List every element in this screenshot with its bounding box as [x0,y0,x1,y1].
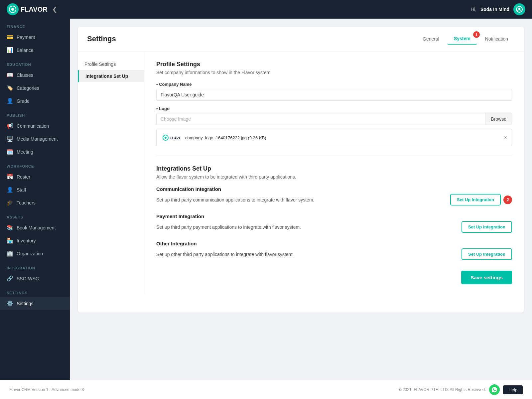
logo-preview-image: FLAVOR [161,133,181,143]
sidebar-section-finance: FINANCE [0,19,70,31]
save-settings-button[interactable]: Save settings [461,271,512,284]
username-text: Soda In Mind [480,7,509,12]
sidebar-item-settings[interactable]: ⚙️Settings [0,297,70,310]
brand-name: FLAVOR [21,6,48,13]
payment-integration-desc: Set up third party payment applications … [156,224,456,230]
payment-icon: 💳 [7,34,13,40]
svg-point-1 [11,8,14,11]
grade-icon: 👤 [7,98,13,104]
save-btn-row: Save settings [156,271,512,284]
sidebar-section-education: EDUCATION [0,57,70,68]
sidebar-item-meeting[interactable]: 🗓️Meeting [0,145,70,158]
logo-remove-button[interactable]: × [504,135,507,141]
sidebar-item-classes[interactable]: 📖Classes [0,68,70,81]
other-integration-desc: Set up other third party applications to… [156,252,456,257]
payment-integration-row: Set up third party payment applications … [156,221,512,233]
settings-tabs: General System 1 Notification [416,33,515,45]
sidebar-item-label-settings: Settings [17,301,34,306]
ssg-wsg-icon: 🔗 [7,275,13,282]
help-button[interactable]: Help [503,385,523,394]
footer-copyright: © 2021, FLAVOR PTE. LTD. All Rights Rese… [399,387,486,392]
logo-brand: FLAVOR ❮ [7,3,57,15]
sidebar-item-organization[interactable]: 🏢Organization [0,247,70,260]
integrations-section: Integrations Set Up Allow the flavor sys… [156,165,512,260]
sidebar-item-categories[interactable]: 🏷️Categories [0,81,70,94]
logo-filename: company_logo_1640176232.jpg (9.36 KB) [185,135,500,140]
communication-step-badge: 2 [503,196,512,204]
sidebar-item-inventory[interactable]: 🏪Inventory [0,234,70,247]
sidebar-item-label-roster: Roster [17,174,30,180]
other-integration-row: Set up other third party applications to… [156,248,512,260]
logo-preview: FLAVOR company_logo_1640176232.jpg (9.36… [156,129,512,146]
payment-integration-title: Payment Integration [156,213,512,219]
sidebar-item-grade[interactable]: 👤Grade [0,94,70,107]
sidebar-item-label-categories: Categories [17,85,39,91]
logo-icon [7,3,19,15]
media-management-icon: 🖥️ [7,136,13,142]
tab-general[interactable]: General [416,33,446,45]
teachers-icon: 🎓 [7,200,13,206]
sidebar-item-roster[interactable]: 📅Roster [0,170,70,183]
settings-body: Profile Settings Integrations Set Up Pro… [78,52,524,294]
settings-header: Settings General System 1 Notification [78,27,524,52]
communication-setup-wrap: Set Up Integration 2 [450,194,512,205]
header-right: Hi, Soda In Mind [471,3,525,15]
staff-icon: 👤 [7,187,13,193]
communication-integration-desc: Set up third party communication applica… [156,197,445,202]
sidebar-item-payment[interactable]: 💳Payment [0,31,70,44]
sidebar-item-label-meeting: Meeting [17,149,33,155]
settings-nav: Profile Settings Integrations Set Up [78,52,144,294]
file-placeholder: Choose Image [157,113,485,125]
sidebar-item-label-book-management: Book Management [17,225,56,230]
sidebar-section-workforce: WORKFORCE [0,158,70,170]
svg-point-5 [165,137,167,139]
nav-integrations-set-up[interactable]: Integrations Set Up [78,70,144,82]
sidebar-item-label-organization: Organization [17,251,43,256]
greeting-text: Hi, [471,7,476,12]
sidebar-item-label-payment: Payment [17,35,35,40]
sidebar-item-communication[interactable]: 📢Communication [0,119,70,132]
profile-settings-section: Profile Settings Set company information… [156,61,512,146]
communication-icon: 📢 [7,123,13,129]
page-title: Settings [87,35,116,43]
classes-icon: 📖 [7,72,13,78]
sidebar-item-book-management[interactable]: 📚Book Management [0,221,70,234]
sidebar-item-media-management[interactable]: 🖥️Media Management [0,132,70,145]
tab-system[interactable]: System 1 [447,33,477,45]
sidebar-item-teachers[interactable]: 🎓Teachers [0,196,70,209]
other-setup-button[interactable]: Set Up Integration [462,248,512,260]
communication-integration-title: Communication Integration [156,186,512,192]
settings-card: Settings General System 1 Notification P… [78,27,524,313]
sidebar-item-balance[interactable]: 📊Balance [0,44,70,57]
communication-integration-item: Communication Integration Set up third p… [156,186,512,205]
user-avatar[interactable] [513,3,525,15]
browse-button[interactable]: Browse [485,113,512,125]
payment-integration-item: Payment Integration Set up third party p… [156,213,512,233]
profile-section-desc: Set company informations to show in the … [156,70,512,75]
sidebar-item-ssg-wsg[interactable]: 🔗SSG-WSG [0,272,70,285]
whatsapp-button[interactable] [489,384,500,395]
sidebar-item-label-staff: Staff [17,187,26,193]
footer-right: © 2021, FLAVOR PTE. LTD. All Rights Rese… [399,384,523,395]
nav-profile-settings[interactable]: Profile Settings [78,58,144,70]
payment-setup-wrap: Set Up Integration [462,221,512,233]
sidebar-item-staff[interactable]: 👤Staff [0,183,70,196]
communication-setup-button[interactable]: Set Up Integration [450,194,501,205]
collapse-button[interactable]: ❮ [52,6,57,13]
tab-notification[interactable]: Notification [478,33,515,45]
footer: Flavor CRM Version 1 - Advanced mode 3 ©… [0,380,532,399]
inventory-icon: 🏪 [7,237,13,244]
sidebar-section-publish: PUBLISH [0,107,70,119]
other-setup-wrap: Set Up Integration [462,248,512,260]
svg-text:FLAVOR: FLAVOR [170,136,181,140]
sidebar-item-label-classes: Classes [17,72,33,78]
communication-integration-row: Set up third party communication applica… [156,194,512,205]
sidebar: FINANCE💳Payment📊BalanceEDUCATION📖Classes… [0,19,70,380]
sidebar-item-label-grade: Grade [17,98,30,104]
book-management-icon: 📚 [7,224,13,231]
sidebar-item-label-ssg-wsg: SSG-WSG [17,276,39,281]
company-name-input[interactable] [156,89,512,101]
meeting-icon: 🗓️ [7,149,13,155]
payment-setup-button[interactable]: Set Up Integration [462,221,512,233]
integrations-desc: Allow the flavor system to be integrated… [156,174,512,180]
